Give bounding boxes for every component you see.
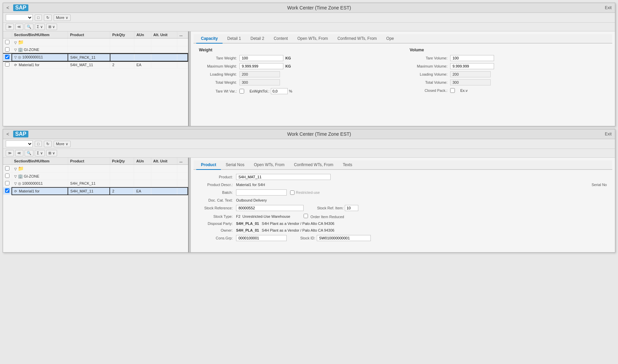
tab-detail2[interactable]: Detail 2 (246, 34, 269, 44)
row-checkbox[interactable] (5, 181, 9, 185)
serial-no-inline-label: Serial No (592, 183, 607, 187)
row-checkbox[interactable] (5, 55, 9, 59)
square-btn-1[interactable]: □ (35, 15, 42, 21)
collapse-all-btn-2[interactable]: ≪ (15, 150, 23, 156)
window-1: < SAP Work Center (Time Zone EST) Exit □… (3, 3, 615, 126)
row-checkbox[interactable] (5, 174, 9, 178)
owner-label: Owner: (199, 228, 236, 232)
tab-open-wts[interactable]: Open WTs, From (292, 34, 333, 44)
right-panel-2: Product Serial Nos Open WTs, From Confir… (191, 158, 615, 252)
product-desc-row: Product Descr.: Material1 for S4H Serial… (199, 183, 607, 187)
table-row[interactable]: ⟳ Material1 for S4H_MAT_11 2 EA (3, 187, 188, 195)
search-btn-2[interactable]: 🔍 (25, 150, 33, 156)
closed-pack-checkbox[interactable] (450, 88, 455, 93)
title-bar-2: < SAP Work Center (Time Zone EST) Exit (3, 129, 615, 139)
row-checkbox[interactable] (5, 47, 9, 52)
tab-texts[interactable]: Texts (338, 160, 357, 170)
square-btn-2[interactable]: □ (35, 141, 42, 147)
tare-wt-var-checkbox[interactable] (239, 89, 244, 94)
product-desc-value: Material1 for S4H (236, 183, 265, 187)
disposal-party-code: S4H_PLA_01 (236, 222, 259, 226)
stock-type-code: F2 (236, 214, 240, 218)
tab-confirmed-wts-2[interactable]: Confirmed WTs, From (289, 160, 338, 170)
refresh-btn-2[interactable]: ↻ (44, 141, 52, 147)
restricted-use-checkbox[interactable] (290, 190, 294, 195)
table-row[interactable]: ▽📁 (3, 165, 188, 173)
tab-product[interactable]: Product (196, 160, 221, 170)
tab-detail1[interactable]: Detail 1 (223, 34, 246, 44)
loading-volume-value: 200 (450, 71, 491, 77)
tabs-2: Product Serial Nos Open WTs, From Confir… (194, 160, 612, 170)
stock-id-input[interactable] (317, 235, 371, 241)
more-btn-1[interactable]: More ∨ (54, 15, 71, 21)
tare-weight-input[interactable] (239, 55, 283, 61)
table-row[interactable]: ▽◎ 1000000011 S4H_PACK_11 (3, 180, 188, 187)
row-checkbox[interactable] (5, 62, 9, 67)
row-checkbox[interactable] (5, 166, 9, 171)
left-panel-1: Section/Bin/HU/Item Product PckQty AUn A… (3, 31, 189, 126)
grid-btn-1[interactable]: ⊞ ∨ (46, 24, 57, 30)
col-altunit-1: Alt. Unit (151, 31, 177, 38)
ex-wght-input[interactable] (271, 88, 288, 94)
stock-ref-item-input[interactable] (345, 205, 358, 211)
volume-title: Volume (410, 48, 607, 52)
table-row[interactable]: ▽🏢 GI-ZONE (3, 46, 188, 54)
sum-btn-1[interactable]: Σ ∨ (35, 24, 45, 30)
table-row[interactable]: ⟳ Material1 for S4H_MAT_11 2 EA (3, 61, 188, 69)
col-pckqty-1: PckQty (110, 31, 134, 38)
tare-wt-var-label: Tare Wt Var.: (199, 89, 239, 93)
sap-logo-2: SAP (13, 131, 28, 137)
tab-open-wts-2[interactable]: Open WTs, From (249, 160, 289, 170)
row-checkbox[interactable] (5, 40, 9, 44)
toolbar-2: □ ↻ More ∨ (3, 139, 615, 149)
row-checkbox[interactable] (5, 188, 9, 193)
sum-btn-2[interactable]: Σ ∨ (35, 150, 45, 156)
order-item-reduced-checkbox[interactable] (304, 214, 308, 218)
cons-grp-row: Cons.Grp: Stock ID: (199, 235, 607, 241)
cons-grp-label: Cons.Grp: (199, 236, 236, 240)
exit-button-2[interactable]: Exit (605, 132, 612, 136)
table-row[interactable]: ▽📁 (3, 38, 188, 46)
exit-button-1[interactable]: Exit (605, 5, 612, 10)
order-item-reduced-check-wrap: Order Item Reduced (304, 214, 344, 219)
tab-capacity[interactable]: Capacity (196, 34, 223, 44)
closed-pack-row: Closed Pack.: Ex.v (410, 88, 607, 93)
tare-volume-input[interactable] (450, 55, 494, 61)
expand-all-btn-2[interactable]: ≫ (6, 150, 14, 156)
tab-ope[interactable]: Ope (382, 34, 399, 44)
cons-grp-input[interactable] (236, 235, 287, 241)
refresh-btn-1[interactable]: ↻ (44, 15, 52, 21)
stock-ref-item-label: Stock Ref. Item: (317, 206, 343, 210)
back-button-1[interactable]: < (6, 5, 9, 10)
toolbar-1: □ ↻ More ∨ (3, 13, 615, 23)
loading-volume-label: Loading Volume: (410, 72, 450, 76)
volume-section: Volume Tare Volume: Maximum Volume: Load… (410, 48, 607, 96)
more-btn-2[interactable]: More ∨ (54, 141, 71, 147)
batch-row: Batch: Restricted-use (199, 189, 607, 196)
product-input[interactable] (236, 174, 331, 180)
max-weight-input[interactable] (239, 63, 283, 69)
col-check-1 (3, 31, 12, 38)
tab-content[interactable]: Content (269, 34, 292, 44)
back-button-2[interactable]: < (6, 131, 9, 137)
disposal-party-label: Disposal Party: (199, 222, 236, 226)
ex-wght-unit: % (289, 89, 292, 93)
dropdown-1[interactable] (6, 14, 33, 21)
stock-ref-input[interactable] (236, 205, 304, 211)
content-area-2: Section/Bin/HU/Item Product PckQty AUn A… (3, 158, 615, 252)
col-altunit-2: Alt. Unit (151, 158, 177, 165)
tab-serial-nos[interactable]: Serial Nos (221, 160, 249, 170)
tab-confirmed-wts[interactable]: Confirmed WTs, From (333, 34, 382, 44)
expand-all-btn-1[interactable]: ≫ (6, 24, 14, 30)
table-row[interactable]: ▽◎ 1000000011 S4H_PACK_11 (3, 54, 188, 61)
search-btn-1[interactable]: 🔍 (25, 24, 33, 30)
total-volume-label: Total Volume: (410, 80, 450, 84)
grid-btn-2[interactable]: ⊞ ∨ (46, 150, 57, 156)
dropdown-2[interactable] (6, 140, 33, 147)
col-check-2 (3, 158, 12, 165)
max-volume-input[interactable] (450, 63, 494, 69)
batch-input[interactable] (236, 189, 287, 196)
col-pckqty-2: PckQty (110, 158, 134, 165)
table-row[interactable]: ▽🏢 GI-ZONE (3, 173, 188, 180)
collapse-all-btn-1[interactable]: ≪ (15, 24, 23, 30)
